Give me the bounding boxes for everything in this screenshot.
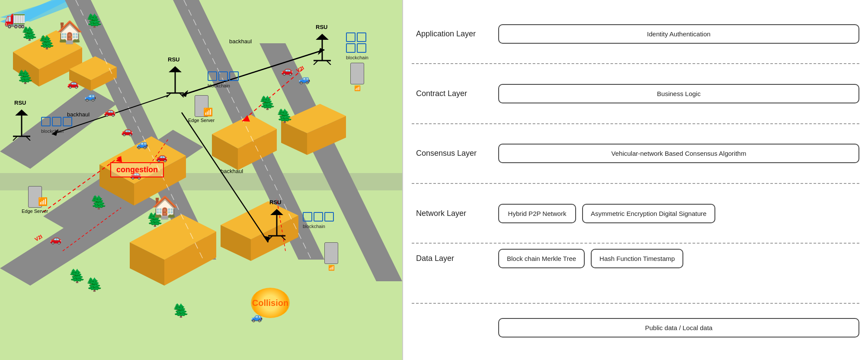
data-layer-boxes: Block chain Merkle Tree Hash Function Ti… [498, 249, 859, 268]
rsu-bottom-label: RSU [269, 199, 288, 206]
svg-line-30 [76, 0, 203, 260]
tree-2: 🌲 [39, 35, 52, 50]
data-layer-label: Data Layer [412, 254, 498, 263]
svg-marker-18 [212, 115, 277, 148]
edge-server-bottom: 📶 [324, 242, 338, 271]
tree-4: 🌲 [17, 69, 30, 84]
car-6: 🚗 [156, 151, 167, 163]
svg-marker-41 [116, 156, 122, 162]
consensus-algo-box: Vehicular-network Based Consensus Algori… [498, 144, 859, 163]
application-layer-label: Application Layer [412, 29, 498, 39]
svg-marker-26 [164, 231, 216, 286]
svg-line-32 [182, 50, 324, 95]
tree-7: 🌲 [91, 195, 104, 210]
car-12: 🚙 [298, 74, 310, 85]
contract-layer-row: Contract Layer Business Logic [412, 64, 859, 124]
truck-1: 🚛 [4, 9, 26, 29]
svg-marker-23 [307, 116, 346, 155]
consensus-layer-label: Consensus Layer [412, 149, 498, 158]
consensus-layer-row: Consensus Layer Vehicular-network Based … [412, 124, 859, 184]
svg-marker-25 [130, 242, 164, 286]
public-data-row: Data Layer Public data / Local data [412, 304, 859, 356]
tree-11: 🌲 [173, 303, 186, 318]
svg-marker-5 [65, 0, 216, 260]
blockchain-bottom: blockchain [303, 212, 334, 229]
architecture-panel: Application Layer Identity Authenticatio… [402, 0, 868, 360]
application-layer-boxes: Identity Authentication [498, 24, 859, 44]
wifi-center: 📶 [203, 107, 213, 117]
svg-line-36 [182, 112, 268, 242]
svg-line-40 [43, 156, 121, 212]
rsu-bottom: RSU [266, 199, 288, 242]
svg-marker-19 [212, 134, 238, 170]
public-data-box: Public data / Local data [498, 318, 859, 338]
car-11: 🚗 [281, 65, 293, 76]
svg-marker-20 [238, 129, 277, 170]
car-1: 🚗 [67, 78, 79, 89]
rsu-center-label: RSU [168, 56, 186, 63]
city-map: 🌲 🌲 🌲 🌲 🌲 🌲 🌲 🌲 🌲 🌲 🌲 🏠 🏠 🚛 🚗 🚙 🚗 🚗 🚙 🚗 … [0, 0, 402, 360]
svg-marker-58 [15, 109, 28, 116]
car-5: 🚙 [136, 138, 148, 150]
data-layer-row: Data Layer Block chain Merkle Tree Hash … [412, 244, 859, 303]
house-2: 🏠 [151, 195, 178, 220]
rsu-left: RSU [11, 100, 32, 142]
svg-marker-28 [221, 225, 251, 261]
backhaul-label-left: backhaul [67, 111, 90, 118]
edge-server-right: 📶 [350, 63, 364, 91]
blockchain-left: blockchain [41, 117, 72, 134]
congestion-label: congestion [110, 162, 164, 177]
hash-function-box: Hash Function Timestamp [591, 249, 683, 268]
blockchain-top: blockchain [346, 32, 368, 60]
svg-marker-43 [242, 115, 250, 122]
identity-auth-box: Identity Authentication [498, 24, 859, 44]
asym-encryption-box: Asymmetric Encryption Digital Signature [582, 204, 715, 223]
merkle-tree-box: Block chain Merkle Tree [498, 249, 585, 268]
p2p-network-box: Hybrid P2P Network [498, 204, 576, 223]
svg-line-34 [182, 50, 324, 95]
collision-label: Collision [251, 288, 290, 318]
backhaul-label-top: backhaul [229, 38, 252, 45]
tree-6: 🌲 [277, 108, 290, 123]
v2i-label-left: V2I [34, 233, 44, 242]
svg-marker-53 [169, 66, 182, 72]
svg-marker-8 [0, 173, 402, 190]
contract-layer-boxes: Business Logic [498, 84, 859, 103]
rsu-top-label: RSU [316, 24, 333, 30]
blockchain-center: blockchain [208, 71, 239, 88]
rsu-top: RSU [311, 24, 333, 67]
business-logic-box: Business Logic [498, 84, 859, 103]
rsu-left-label: RSU [14, 100, 32, 106]
car-3: 🚗 [104, 106, 115, 117]
contract-layer-label: Contract Layer [412, 89, 498, 98]
svg-marker-22 [281, 121, 307, 155]
rsu-center: RSU [164, 56, 186, 99]
car-2: 🚙 [84, 91, 96, 102]
public-data-boxes: Public data / Local data [498, 318, 859, 338]
svg-marker-24 [130, 214, 216, 260]
car-13: 🚗 [50, 234, 61, 245]
svg-marker-12 [69, 56, 117, 80]
tree-9: 🌲 [69, 268, 82, 283]
application-layer-row: Application Layer Identity Authenticatio… [412, 4, 859, 64]
house-1: 🏠 [56, 19, 83, 45]
tree-5: 🌲 [259, 95, 272, 110]
tree-3: 🌲 [86, 13, 99, 28]
svg-marker-48 [316, 34, 329, 40]
tree-10: 🌲 [86, 277, 99, 292]
wifi-left: 📶 [38, 197, 48, 206]
svg-marker-3 [43, 130, 203, 234]
network-layer-boxes: Hybrid P2P Network Asymmetric Encryption… [498, 204, 859, 223]
car-4: 🚗 [121, 125, 133, 137]
backhaul-label-center: backhaul [221, 168, 243, 174]
consensus-layer-boxes: Vehicular-network Based Consensus Algori… [498, 144, 859, 163]
v2i-label-right: V2I [295, 64, 305, 74]
network-layer-row: Network Layer Hybrid P2P Network Asymmet… [412, 184, 859, 244]
svg-marker-14 [91, 67, 117, 91]
svg-marker-63 [270, 209, 283, 215]
network-layer-label: Network Layer [412, 209, 498, 218]
svg-line-44 [63, 208, 121, 251]
